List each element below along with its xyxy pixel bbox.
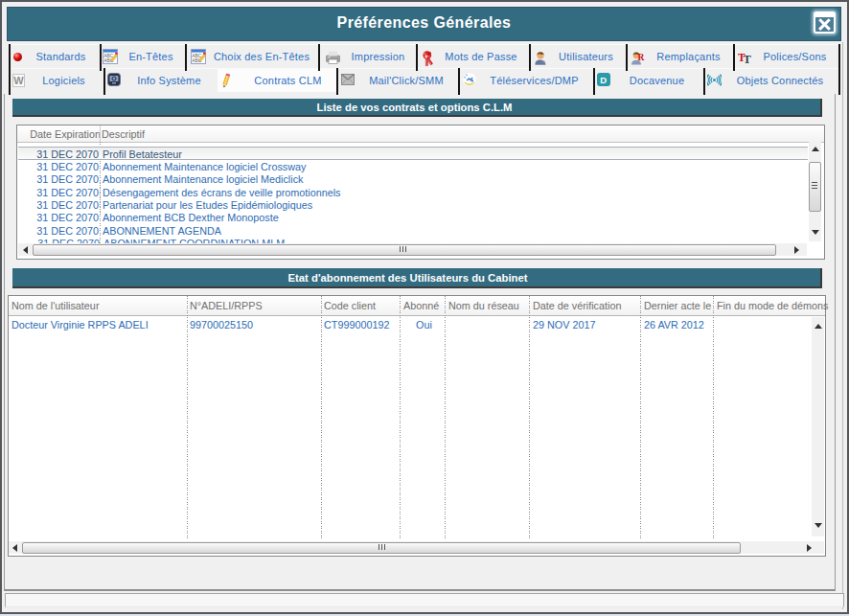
svg-text:D: D [600, 75, 607, 85]
svg-text:T: T [738, 52, 746, 63]
